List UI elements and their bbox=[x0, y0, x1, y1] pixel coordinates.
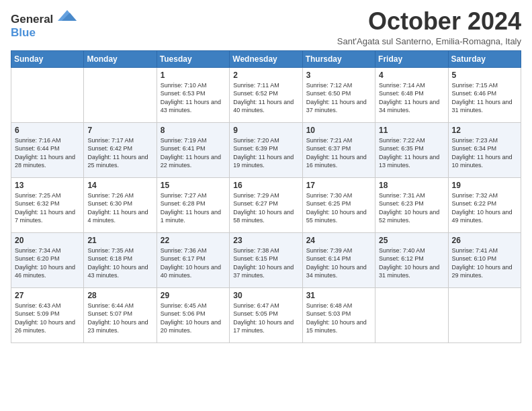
calendar-cell: 5Sunrise: 7:15 AMSunset: 6:46 PMDaylight… bbox=[448, 67, 521, 122]
day-number: 1 bbox=[161, 71, 226, 80]
day-number: 25 bbox=[379, 236, 444, 245]
day-number: 19 bbox=[452, 181, 517, 190]
day-info: Sunrise: 7:10 AMSunset: 6:53 PMDaylight:… bbox=[161, 81, 226, 115]
day-info: Sunrise: 7:14 AMSunset: 6:48 PMDaylight:… bbox=[379, 81, 444, 115]
calendar-cell: 18Sunrise: 7:31 AMSunset: 6:23 PMDayligh… bbox=[375, 177, 448, 232]
day-number: 20 bbox=[15, 236, 80, 245]
calendar-cell bbox=[448, 287, 521, 342]
day-number: 12 bbox=[452, 126, 517, 135]
calendar-cell: 6Sunrise: 7:16 AMSunset: 6:44 PMDaylight… bbox=[11, 122, 84, 177]
title-block: October 2024 Sant'Agata sul Santerno, Em… bbox=[337, 8, 521, 46]
calendar-cell: 13Sunrise: 7:25 AMSunset: 6:32 PMDayligh… bbox=[11, 177, 84, 232]
calendar-cell: 27Sunrise: 6:43 AMSunset: 5:09 PMDayligh… bbox=[11, 287, 84, 342]
day-number: 31 bbox=[306, 291, 371, 300]
calendar-cell: 19Sunrise: 7:32 AMSunset: 6:22 PMDayligh… bbox=[448, 177, 521, 232]
day-header-saturday: Saturday bbox=[448, 50, 521, 67]
day-number: 8 bbox=[161, 126, 226, 135]
day-info: Sunrise: 7:25 AMSunset: 6:32 PMDaylight:… bbox=[15, 191, 80, 225]
day-info: Sunrise: 7:26 AMSunset: 6:30 PMDaylight:… bbox=[87, 191, 152, 225]
logo-general: General bbox=[11, 13, 53, 26]
calendar-cell: 2Sunrise: 7:11 AMSunset: 6:52 PMDaylight… bbox=[230, 67, 302, 122]
day-info: Sunrise: 7:35 AMSunset: 6:18 PMDaylight:… bbox=[87, 246, 152, 280]
calendar-cell: 15Sunrise: 7:27 AMSunset: 6:28 PMDayligh… bbox=[157, 177, 229, 232]
day-info: Sunrise: 7:39 AMSunset: 6:14 PMDaylight:… bbox=[306, 246, 371, 280]
day-info: Sunrise: 6:45 AMSunset: 5:06 PMDaylight:… bbox=[161, 302, 226, 335]
day-number: 24 bbox=[306, 236, 371, 245]
calendar-cell: 30Sunrise: 6:47 AMSunset: 5:05 PMDayligh… bbox=[230, 287, 302, 342]
calendar-cell bbox=[375, 287, 448, 342]
subtitle: Sant'Agata sul Santerno, Emilia-Romagna,… bbox=[337, 36, 521, 46]
calendar-cell: 21Sunrise: 7:35 AMSunset: 6:18 PMDayligh… bbox=[84, 232, 157, 287]
day-info: Sunrise: 7:12 AMSunset: 6:50 PMDaylight:… bbox=[306, 81, 371, 115]
calendar-cell: 7Sunrise: 7:17 AMSunset: 6:42 PMDaylight… bbox=[84, 122, 157, 177]
day-info: Sunrise: 6:47 AMSunset: 5:05 PMDaylight:… bbox=[233, 302, 298, 335]
day-number: 13 bbox=[15, 181, 80, 190]
calendar-cell: 16Sunrise: 7:29 AMSunset: 6:27 PMDayligh… bbox=[230, 177, 302, 232]
day-info: Sunrise: 7:11 AMSunset: 6:52 PMDaylight:… bbox=[233, 81, 298, 115]
day-number: 14 bbox=[87, 181, 152, 190]
calendar-cell: 10Sunrise: 7:21 AMSunset: 6:37 PMDayligh… bbox=[302, 122, 375, 177]
day-info: Sunrise: 7:36 AMSunset: 6:17 PMDaylight:… bbox=[161, 246, 226, 280]
day-number: 7 bbox=[87, 126, 152, 135]
day-number: 29 bbox=[161, 291, 226, 300]
day-number: 18 bbox=[379, 181, 444, 190]
calendar-cell: 28Sunrise: 6:44 AMSunset: 5:07 PMDayligh… bbox=[84, 287, 157, 342]
day-number: 3 bbox=[306, 71, 371, 80]
day-info: Sunrise: 7:16 AMSunset: 6:44 PMDaylight:… bbox=[15, 136, 80, 170]
day-number: 10 bbox=[306, 126, 371, 135]
day-info: Sunrise: 7:19 AMSunset: 6:41 PMDaylight:… bbox=[161, 136, 226, 170]
day-number: 26 bbox=[452, 236, 517, 245]
calendar-cell: 25Sunrise: 7:40 AMSunset: 6:12 PMDayligh… bbox=[375, 232, 448, 287]
day-header-thursday: Thursday bbox=[302, 50, 375, 67]
day-number: 17 bbox=[306, 181, 371, 190]
day-number: 6 bbox=[15, 126, 80, 135]
logo: General Blue bbox=[11, 8, 77, 40]
day-info: Sunrise: 7:41 AMSunset: 6:10 PMDaylight:… bbox=[452, 246, 517, 280]
day-number: 16 bbox=[233, 181, 298, 190]
calendar-cell: 4Sunrise: 7:14 AMSunset: 6:48 PMDaylight… bbox=[375, 67, 448, 122]
day-info: Sunrise: 6:44 AMSunset: 5:07 PMDaylight:… bbox=[87, 302, 152, 335]
day-info: Sunrise: 7:34 AMSunset: 6:20 PMDaylight:… bbox=[15, 246, 80, 280]
day-number: 4 bbox=[379, 71, 444, 80]
day-number: 9 bbox=[233, 126, 298, 135]
day-info: Sunrise: 7:38 AMSunset: 6:15 PMDaylight:… bbox=[233, 246, 298, 280]
calendar: SundayMondayTuesdayWednesdayThursdayFrid… bbox=[11, 50, 521, 343]
calendar-cell: 11Sunrise: 7:22 AMSunset: 6:35 PMDayligh… bbox=[375, 122, 448, 177]
day-info: Sunrise: 7:27 AMSunset: 6:28 PMDaylight:… bbox=[161, 191, 226, 225]
logo-icon bbox=[58, 8, 77, 23]
day-number: 2 bbox=[233, 71, 298, 80]
day-header-tuesday: Tuesday bbox=[157, 50, 229, 67]
day-header-monday: Monday bbox=[84, 50, 157, 67]
day-info: Sunrise: 7:15 AMSunset: 6:46 PMDaylight:… bbox=[452, 81, 517, 115]
calendar-cell: 12Sunrise: 7:23 AMSunset: 6:34 PMDayligh… bbox=[448, 122, 521, 177]
day-header-wednesday: Wednesday bbox=[230, 50, 302, 67]
day-header-friday: Friday bbox=[375, 50, 448, 67]
day-info: Sunrise: 6:48 AMSunset: 5:03 PMDaylight:… bbox=[306, 302, 371, 335]
day-number: 30 bbox=[233, 291, 298, 300]
calendar-cell: 17Sunrise: 7:30 AMSunset: 6:25 PMDayligh… bbox=[302, 177, 375, 232]
day-info: Sunrise: 7:20 AMSunset: 6:39 PMDaylight:… bbox=[233, 136, 298, 170]
calendar-cell: 8Sunrise: 7:19 AMSunset: 6:41 PMDaylight… bbox=[157, 122, 229, 177]
day-number: 22 bbox=[161, 236, 226, 245]
calendar-cell: 14Sunrise: 7:26 AMSunset: 6:30 PMDayligh… bbox=[84, 177, 157, 232]
calendar-cell: 29Sunrise: 6:45 AMSunset: 5:06 PMDayligh… bbox=[157, 287, 229, 342]
day-info: Sunrise: 7:22 AMSunset: 6:35 PMDaylight:… bbox=[379, 136, 444, 170]
calendar-cell: 31Sunrise: 6:48 AMSunset: 5:03 PMDayligh… bbox=[302, 287, 375, 342]
calendar-cell: 9Sunrise: 7:20 AMSunset: 6:39 PMDaylight… bbox=[230, 122, 302, 177]
day-number: 5 bbox=[452, 71, 517, 80]
day-info: Sunrise: 7:29 AMSunset: 6:27 PMDaylight:… bbox=[233, 191, 298, 225]
day-info: Sunrise: 7:17 AMSunset: 6:42 PMDaylight:… bbox=[87, 136, 152, 170]
calendar-cell: 26Sunrise: 7:41 AMSunset: 6:10 PMDayligh… bbox=[448, 232, 521, 287]
day-info: Sunrise: 7:40 AMSunset: 6:12 PMDaylight:… bbox=[379, 246, 444, 280]
day-header-sunday: Sunday bbox=[11, 50, 84, 67]
day-info: Sunrise: 7:23 AMSunset: 6:34 PMDaylight:… bbox=[452, 136, 517, 170]
calendar-cell: 23Sunrise: 7:38 AMSunset: 6:15 PMDayligh… bbox=[230, 232, 302, 287]
day-info: Sunrise: 7:32 AMSunset: 6:22 PMDaylight:… bbox=[452, 191, 517, 225]
day-info: Sunrise: 6:43 AMSunset: 5:09 PMDaylight:… bbox=[15, 302, 80, 335]
day-number: 21 bbox=[87, 236, 152, 245]
day-info: Sunrise: 7:21 AMSunset: 6:37 PMDaylight:… bbox=[306, 136, 371, 170]
calendar-cell bbox=[84, 67, 157, 122]
day-info: Sunrise: 7:30 AMSunset: 6:25 PMDaylight:… bbox=[306, 191, 371, 225]
calendar-cell bbox=[11, 67, 84, 122]
calendar-cell: 1Sunrise: 7:10 AMSunset: 6:53 PMDaylight… bbox=[157, 67, 229, 122]
